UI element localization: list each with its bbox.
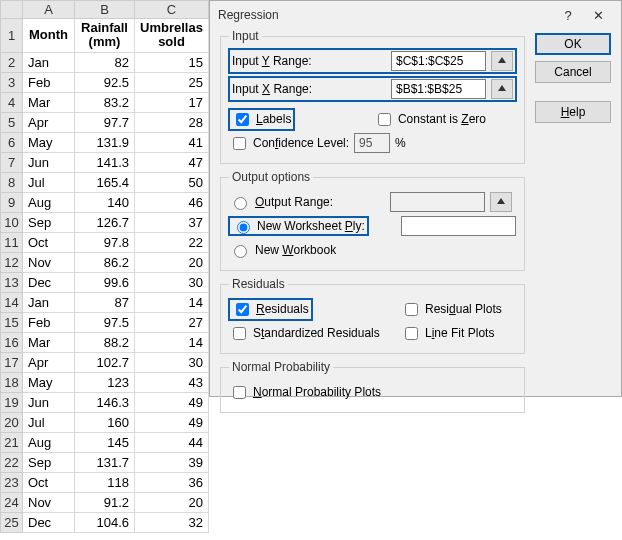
labels-checkbox[interactable] [236,113,249,126]
cell[interactable]: Jan [23,292,75,312]
cell[interactable]: 82 [75,52,135,72]
row-header[interactable]: 20 [1,412,23,432]
cell[interactable]: Umbrellas sold [135,19,209,53]
cell[interactable]: 32 [135,512,209,532]
cell[interactable]: 141.3 [75,152,135,172]
cell[interactable]: 25 [135,72,209,92]
row-header[interactable]: 24 [1,492,23,512]
cell[interactable]: Jul [23,412,75,432]
cell[interactable]: 104.6 [75,512,135,532]
cell[interactable]: 91.2 [75,492,135,512]
ok-button[interactable]: OK [535,33,611,55]
collapse-icon[interactable] [490,192,512,212]
cell[interactable]: 43 [135,372,209,392]
cell[interactable]: 131.7 [75,452,135,472]
cell[interactable]: Oct [23,232,75,252]
cell[interactable]: May [23,132,75,152]
cell[interactable]: 92.5 [75,72,135,92]
cell[interactable]: 97.5 [75,312,135,332]
cell[interactable]: Jul [23,172,75,192]
cell[interactable]: 50 [135,172,209,192]
row-header[interactable]: 19 [1,392,23,412]
cell[interactable]: 14 [135,292,209,312]
cell[interactable]: 20 [135,492,209,512]
input-x-range[interactable] [391,79,486,99]
row-header[interactable]: 25 [1,512,23,532]
cell[interactable]: 145 [75,432,135,452]
cell[interactable]: 160 [75,412,135,432]
cell[interactable]: Nov [23,492,75,512]
cell[interactable]: Sep [23,452,75,472]
cell[interactable]: 49 [135,412,209,432]
cell[interactable]: 30 [135,272,209,292]
line-fit-plots-checkbox[interactable] [405,327,418,340]
cell[interactable]: 165.4 [75,172,135,192]
residual-plots-wrap[interactable]: Residual Plots [401,300,516,319]
cell[interactable]: 87 [75,292,135,312]
row-header[interactable]: 17 [1,352,23,372]
line-fit-plots-wrap[interactable]: Line Fit Plots [401,324,516,343]
row-header[interactable]: 21 [1,432,23,452]
input-y-range[interactable] [391,51,486,71]
cell[interactable]: Oct [23,472,75,492]
normal-plots-checkbox[interactable] [233,386,246,399]
cancel-button[interactable]: Cancel [535,61,611,83]
new-worksheet-ply-wrap[interactable]: New Worksheet Ply: [229,217,368,235]
row-header[interactable]: 2 [1,52,23,72]
cell[interactable]: 140 [75,192,135,212]
constant-zero-wrap[interactable]: Constant is Zero [374,110,486,129]
residuals-checkbox[interactable] [236,303,249,316]
cell[interactable]: 102.7 [75,352,135,372]
cell[interactable]: 37 [135,212,209,232]
cell[interactable]: Apr [23,352,75,372]
std-residuals-checkbox[interactable] [233,327,246,340]
cell[interactable]: 99.6 [75,272,135,292]
row-header[interactable]: 18 [1,372,23,392]
cell[interactable]: 15 [135,52,209,72]
row-header[interactable]: 9 [1,192,23,212]
row-header[interactable]: 5 [1,112,23,132]
row-header[interactable]: 10 [1,212,23,232]
row-header[interactable]: 3 [1,72,23,92]
cell[interactable]: 97.8 [75,232,135,252]
cell[interactable]: May [23,372,75,392]
col-header-b[interactable]: B [75,1,135,19]
help-icon[interactable]: ? [553,8,583,23]
row-header[interactable]: 22 [1,452,23,472]
residuals-wrap[interactable]: Residuals [229,299,312,320]
cell[interactable]: 46 [135,192,209,212]
cell[interactable]: 14 [135,332,209,352]
row-header[interactable]: 15 [1,312,23,332]
new-worksheet-ply-input[interactable] [401,216,516,236]
cell[interactable]: Jun [23,152,75,172]
collapse-icon[interactable] [491,79,513,99]
col-header-a[interactable]: A [23,1,75,19]
std-residuals-wrap[interactable]: Standardized Residuals [229,324,380,343]
cell[interactable]: 28 [135,112,209,132]
cell[interactable]: Sep [23,212,75,232]
cell[interactable]: 41 [135,132,209,152]
col-header-c[interactable]: C [135,1,209,19]
new-workbook-radio[interactable] [234,245,247,258]
cell[interactable]: 17 [135,92,209,112]
cell[interactable]: 49 [135,392,209,412]
row-header[interactable]: 12 [1,252,23,272]
output-range-radio[interactable] [234,197,247,210]
cell[interactable]: 36 [135,472,209,492]
dialog-titlebar[interactable]: Regression ? ✕ [210,1,621,29]
row-header[interactable]: 8 [1,172,23,192]
cell[interactable]: Feb [23,312,75,332]
row-header[interactable]: 4 [1,92,23,112]
cell[interactable]: 86.2 [75,252,135,272]
cell[interactable]: Month [23,19,75,53]
cell[interactable]: Aug [23,192,75,212]
row-header[interactable]: 6 [1,132,23,152]
row-header[interactable]: 7 [1,152,23,172]
normal-plots-wrap[interactable]: Normal Probability Plots [229,383,381,402]
cell[interactable]: 97.7 [75,112,135,132]
help-button[interactable]: Help [535,101,611,123]
cell[interactable]: 123 [75,372,135,392]
row-header[interactable]: 1 [1,19,23,53]
cell[interactable]: Mar [23,332,75,352]
cell[interactable]: Apr [23,112,75,132]
